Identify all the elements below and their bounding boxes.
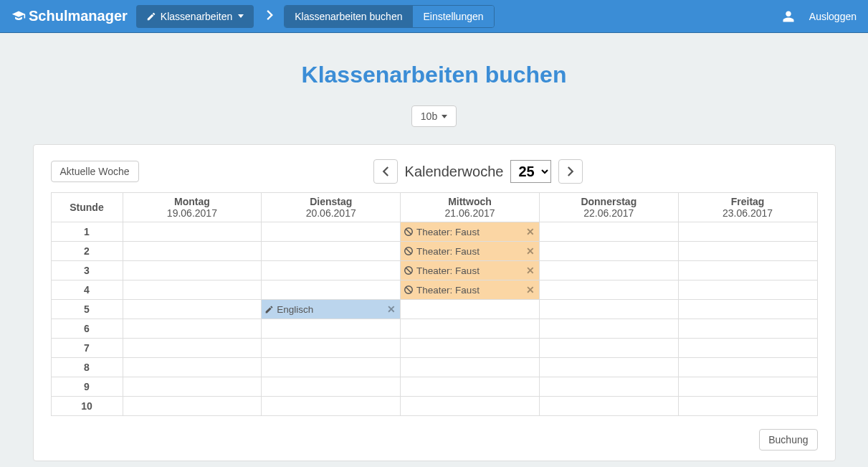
- user-icon[interactable]: [782, 10, 795, 23]
- svg-line-1: [406, 229, 411, 235]
- schedule-cell[interactable]: [262, 339, 401, 358]
- close-icon[interactable]: ✕: [526, 284, 535, 296]
- schedule-cell[interactable]: [678, 222, 817, 242]
- schedule-cell[interactable]: [539, 261, 678, 280]
- schedule-cell[interactable]: [123, 261, 262, 280]
- schedule-cell[interactable]: [123, 319, 262, 339]
- svg-line-3: [406, 248, 411, 254]
- close-icon[interactable]: ✕: [526, 245, 535, 257]
- close-icon[interactable]: ✕: [526, 265, 535, 276]
- schedule-cell[interactable]: [401, 377, 540, 397]
- prev-week-button[interactable]: [373, 159, 398, 184]
- schedule-row: 7: [51, 339, 817, 358]
- day-name: Dienstag: [310, 196, 352, 207]
- hour-cell: 6: [51, 319, 123, 339]
- schedule-cell[interactable]: [262, 358, 401, 377]
- schedule-cell[interactable]: [678, 397, 817, 416]
- day-header: Donnerstag22.06.2017: [539, 193, 678, 222]
- schedule-cell[interactable]: [262, 377, 401, 397]
- hour-cell: 4: [51, 280, 123, 300]
- schedule-cell[interactable]: [678, 319, 817, 339]
- schedule-cell[interactable]: [123, 358, 262, 377]
- schedule-cell[interactable]: [262, 261, 401, 280]
- schedule-cell[interactable]: [123, 222, 262, 242]
- schedule-row: 1Theater: Faust✕: [51, 222, 817, 242]
- schedule-cell[interactable]: [401, 358, 540, 377]
- schedule-cell[interactable]: [678, 377, 817, 397]
- schedule-row: 10: [51, 397, 817, 416]
- schedule-cell[interactable]: Theater: Faust✕: [401, 261, 540, 280]
- schedule-cell[interactable]: [123, 339, 262, 358]
- hour-cell: 1: [51, 222, 123, 242]
- schedule-cell[interactable]: [123, 377, 262, 397]
- ban-icon: [404, 285, 414, 295]
- schedule-cell[interactable]: [678, 261, 817, 280]
- schedule-cell[interactable]: [123, 397, 262, 416]
- hour-cell: 5: [51, 300, 123, 319]
- class-selector[interactable]: 10b: [411, 105, 457, 127]
- schedule-cell[interactable]: [678, 300, 817, 319]
- schedule-panel: Aktuelle Woche Kalenderwoche 25 Stunde M: [33, 144, 836, 461]
- day-date: 22.06.2017: [543, 207, 675, 219]
- calendar-week-select[interactable]: 25: [510, 160, 551, 183]
- schedule-cell[interactable]: [678, 242, 817, 261]
- svg-line-7: [406, 287, 411, 293]
- schedule-cell[interactable]: [539, 358, 678, 377]
- schedule-cell[interactable]: [539, 339, 678, 358]
- schedule-cell[interactable]: Englisch✕: [262, 300, 401, 319]
- schedule-cell[interactable]: [262, 397, 401, 416]
- day-date: 21.06.2017: [404, 207, 536, 219]
- day-name: Donnerstag: [581, 196, 636, 207]
- event[interactable]: Theater: Faust✕: [401, 261, 539, 280]
- schedule-cell[interactable]: [401, 339, 540, 358]
- schedule-cell[interactable]: [539, 280, 678, 300]
- booking-button[interactable]: Buchung: [759, 429, 817, 451]
- close-icon[interactable]: ✕: [526, 226, 535, 237]
- event[interactable]: Theater: Faust✕: [401, 222, 539, 241]
- schedule-cell[interactable]: [401, 300, 540, 319]
- hour-header: Stunde: [51, 193, 123, 222]
- tab-settings[interactable]: Einstellungen: [412, 6, 493, 27]
- hour-cell: 7: [51, 339, 123, 358]
- schedule-cell[interactable]: [539, 319, 678, 339]
- event-label: Theater: Faust: [416, 265, 480, 276]
- schedule-cell[interactable]: [539, 222, 678, 242]
- event[interactable]: Theater: Faust✕: [401, 242, 539, 260]
- current-week-button[interactable]: Aktuelle Woche: [51, 161, 139, 182]
- close-icon[interactable]: ✕: [387, 303, 396, 315]
- logout-link[interactable]: Ausloggen: [809, 11, 857, 22]
- module-dropdown[interactable]: Klassenarbeiten: [136, 5, 254, 28]
- schedule-row: 8: [51, 358, 817, 377]
- brand-logo[interactable]: Schulmanager: [11, 8, 128, 24]
- schedule-cell[interactable]: [401, 397, 540, 416]
- chevron-left-icon: [382, 166, 388, 176]
- schedule-cell[interactable]: [123, 300, 262, 319]
- schedule-cell[interactable]: Theater: Faust✕: [401, 222, 540, 242]
- schedule-cell[interactable]: [123, 280, 262, 300]
- schedule-row: 4Theater: Faust✕: [51, 280, 817, 300]
- schedule-cell[interactable]: [123, 242, 262, 261]
- calendar-week-label: Kalenderwoche: [405, 164, 504, 180]
- schedule-cell[interactable]: [539, 377, 678, 397]
- event[interactable]: Englisch✕: [262, 300, 400, 319]
- hour-cell: 3: [51, 261, 123, 280]
- schedule-cell[interactable]: [401, 319, 540, 339]
- schedule-cell[interactable]: Theater: Faust✕: [401, 242, 540, 261]
- hour-cell: 10: [51, 397, 123, 416]
- schedule-cell[interactable]: [678, 358, 817, 377]
- schedule-cell[interactable]: [539, 300, 678, 319]
- edit-icon: [264, 305, 274, 314]
- schedule-cell[interactable]: [678, 339, 817, 358]
- schedule-cell[interactable]: [262, 319, 401, 339]
- event-label: Theater: Faust: [416, 227, 480, 237]
- schedule-cell[interactable]: [539, 397, 678, 416]
- next-week-button[interactable]: [558, 159, 583, 184]
- schedule-cell[interactable]: [678, 280, 817, 300]
- tab-book-exams[interactable]: Klassenarbeiten buchen: [285, 6, 412, 27]
- schedule-cell[interactable]: [262, 222, 401, 242]
- schedule-cell[interactable]: Theater: Faust✕: [401, 280, 540, 300]
- schedule-cell[interactable]: [539, 242, 678, 261]
- event[interactable]: Theater: Faust✕: [401, 280, 539, 299]
- schedule-cell[interactable]: [262, 280, 401, 300]
- schedule-cell[interactable]: [262, 242, 401, 261]
